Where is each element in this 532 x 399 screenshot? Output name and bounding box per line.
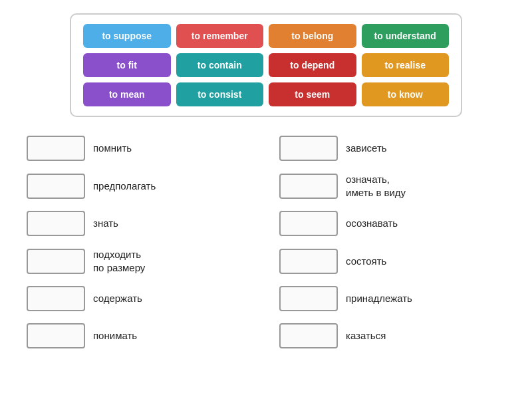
match-suppose-dropbox[interactable]: [27, 174, 85, 199]
tile-suppose[interactable]: to suppose: [83, 24, 171, 48]
match-know-label: знать: [93, 217, 118, 230]
match-fit-row: подходить по размеру: [27, 248, 253, 274]
tile-seem[interactable]: to seem: [269, 82, 356, 106]
tile-consist[interactable]: to consist: [176, 82, 264, 106]
match-depend-label: зависеть: [346, 142, 387, 155]
match-know-dropbox[interactable]: [27, 211, 85, 236]
tile-belong[interactable]: to belong: [269, 24, 356, 48]
match-seem-label: казаться: [346, 329, 386, 342]
tile-depend[interactable]: to depend: [269, 53, 356, 77]
tile-know[interactable]: to know: [362, 82, 450, 106]
tile-fit[interactable]: to fit: [83, 53, 171, 77]
matching-area: помнитьзависетьпредполагатьозначать, име…: [27, 136, 505, 348]
match-remember-label: помнить: [93, 142, 132, 155]
match-realise-dropbox[interactable]: [279, 211, 338, 236]
match-depend-row: зависеть: [279, 136, 505, 161]
match-contain-row: содержать: [27, 286, 253, 311]
match-realise-label: осознавать: [346, 217, 398, 230]
match-fit-dropbox[interactable]: [27, 249, 85, 274]
match-suppose-label: предполагать: [93, 180, 156, 193]
match-know-row: знать: [27, 211, 253, 236]
match-consist-label: состоять: [346, 255, 386, 268]
match-contain-dropbox[interactable]: [27, 286, 85, 311]
match-mean-row: означать, иметь в виду: [279, 173, 505, 199]
match-understand-dropbox[interactable]: [27, 323, 85, 348]
match-remember-row: помнить: [27, 136, 253, 161]
match-remember-dropbox[interactable]: [27, 136, 85, 161]
tile-realise[interactable]: to realise: [362, 53, 450, 77]
match-mean-label: означать, иметь в виду: [346, 173, 406, 199]
match-depend-dropbox[interactable]: [279, 136, 338, 161]
match-seem-row: казаться: [279, 323, 505, 348]
match-contain-label: содержать: [93, 292, 142, 305]
match-belong-dropbox[interactable]: [279, 286, 338, 311]
match-belong-row: принадлежать: [279, 286, 505, 311]
match-understand-label: понимать: [93, 329, 137, 342]
match-understand-row: понимать: [27, 323, 253, 348]
match-consist-dropbox[interactable]: [279, 249, 338, 274]
match-fit-label: подходить по размеру: [93, 248, 145, 274]
match-consist-row: состоять: [279, 248, 505, 274]
match-seem-dropbox[interactable]: [279, 323, 338, 348]
tile-contain[interactable]: to contain: [176, 53, 264, 77]
tile-remember[interactable]: to remember: [176, 24, 264, 48]
match-suppose-row: предполагать: [27, 173, 253, 199]
match-realise-row: осознавать: [279, 211, 505, 236]
tile-mean[interactable]: to mean: [83, 82, 171, 106]
word-bank: to supposeto rememberto belongto underst…: [70, 13, 462, 117]
tile-understand[interactable]: to understand: [362, 24, 450, 48]
match-mean-dropbox[interactable]: [279, 174, 338, 199]
match-belong-label: принадлежать: [346, 292, 412, 305]
